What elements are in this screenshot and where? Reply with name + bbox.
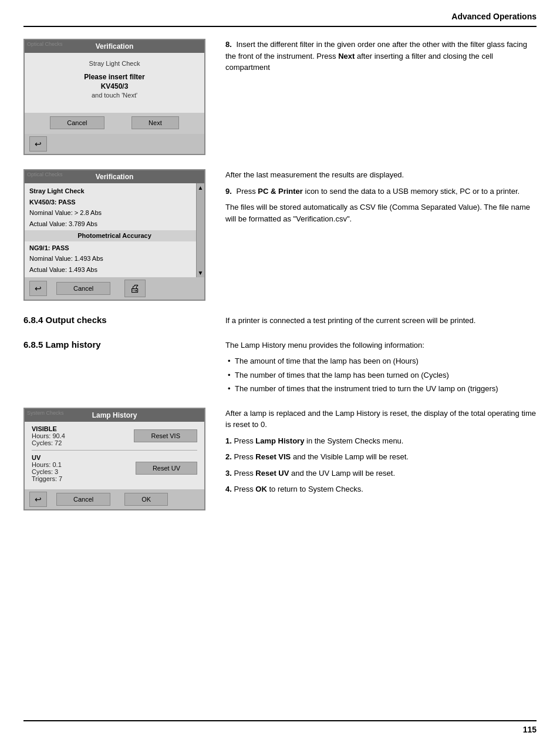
verif1-footer: ↩ [25, 134, 204, 154]
optical-checks-label: Optical Checks [27, 41, 63, 47]
visible-row: VISIBLE Hours: 90.4 Cycles: 72 Reset VIS [32, 425, 197, 446]
cancel-button-2[interactable]: Cancel [56, 282, 110, 295]
stray-result-header: Stray Light Check [25, 186, 204, 197]
scroll-up[interactable]: ▲ [197, 183, 205, 192]
lstep3-text: and the UV Lamp will be reset. [289, 469, 395, 478]
back-button-1[interactable]: ↩ [29, 136, 47, 152]
verif2-title-text: Verification [96, 173, 134, 181]
uv-section: UV Hours: 0.1 Cycles: 3 Triggers: 7 Rese… [32, 454, 197, 482]
uv-cycles: Cycles: 3 [32, 468, 62, 475]
visible-section: VISIBLE Hours: 90.4 Cycles: 72 Reset VIS [32, 425, 197, 446]
files-stored-note: The files will be stored automatically a… [225, 201, 537, 224]
section-lamp-history: System Checks Lamp History VISIBLE Hours… [23, 408, 537, 510]
verif2-body-content: Stray Light Check KV450/3: PASS Nominal … [25, 183, 204, 277]
verif1-body: Stray Light Check Please insert filter K… [25, 53, 204, 113]
lamp-footer: ↩ Cancel OK [25, 489, 204, 509]
ng-pass: NG9/1: PASS [25, 243, 204, 254]
verif2-body: Stray Light Check KV450/3: PASS Nominal … [25, 183, 204, 277]
text-col-verification2: After the last measurement the results a… [225, 169, 537, 301]
uv-row: UV Hours: 0.1 Cycles: 3 Triggers: 7 Rese… [32, 454, 197, 482]
lstep1-num: 1. [225, 436, 232, 445]
step8-num: 8. [225, 40, 232, 49]
section-verification1: Optical Checks Verification Stray Light … [23, 39, 537, 155]
header-title: Advanced Operations [451, 12, 537, 21]
filter-name: KV450/3 [36, 82, 193, 90]
back-button-2[interactable]: ↩ [29, 281, 47, 296]
verification-screen-1: Optical Checks Verification Stray Light … [23, 39, 205, 155]
lamp-step4-prefix: Press [234, 485, 255, 493]
lstep4-bold: OK [255, 485, 267, 493]
lamp-reset-note: After a lamp is replaced and the Lamp Hi… [225, 408, 537, 431]
photo-accuracy: Photometrical Accuracy [25, 230, 204, 241]
lamp-step2: 2. Press Reset VIS and the Visible Lamp … [225, 451, 537, 463]
lamp-body: VISIBLE Hours: 90.4 Cycles: 72 Reset VIS [25, 422, 204, 489]
section-verification2: Optical Checks Verification Stray Light … [23, 169, 537, 301]
lamp-step3-prefix: Press [234, 469, 255, 478]
reset-vis-button[interactable]: Reset VIS [134, 429, 197, 442]
lstep2-bold: Reset VIS [255, 452, 291, 461]
reset-uv-button[interactable]: Reset UV [136, 462, 197, 475]
lstep3-num: 3. [225, 469, 232, 478]
vis-hours: Hours: 90.4 [32, 432, 65, 439]
uv-details: UV Hours: 0.1 Cycles: 3 Triggers: 7 [32, 454, 62, 482]
screen-col-verification2: Optical Checks Verification Stray Light … [23, 169, 211, 301]
next-button[interactable]: Next [131, 116, 179, 129]
step9-text: icon to send the data to a USB memory st… [303, 187, 519, 196]
printer-icon[interactable]: 🖨 [124, 280, 146, 297]
text-col-verification1: 8. Insert the different filter in the gi… [225, 39, 537, 155]
step9-bold: PC & Printer [258, 187, 303, 196]
lamp-step1-prefix: Press [234, 436, 255, 445]
nominal-val-1: Nominal Value: > 2.8 Abs [25, 207, 204, 219]
verif2-body-wrap: Stray Light Check KV450/3: PASS Nominal … [25, 183, 204, 277]
page-footer: 115 [23, 720, 537, 734]
scroll-down[interactable]: ▼ [197, 268, 205, 277]
touch-msg: and touch 'Next' [36, 92, 193, 99]
verif1-buttons: Cancel Next [25, 113, 204, 134]
lstep2-text: and the Visible Lamp will be reset. [291, 452, 409, 461]
text-684-col: If a printer is connected a test printin… [225, 315, 537, 331]
page-header: Advanced Operations [23, 12, 537, 27]
heading-685: 6.8.5 Lamp history [23, 340, 211, 350]
step9-num: 9. [225, 187, 232, 196]
visible-details: VISIBLE Hours: 90.4 Cycles: 72 [32, 425, 65, 446]
actual-val-2: Actual Value: 1.493 Abs [25, 264, 204, 275]
scrollbar: ▲ ▼ [196, 183, 204, 277]
footer-page-num: 115 [523, 725, 537, 734]
nominal-val-2: Nominal Value: 1.493 Abs [25, 253, 204, 264]
optical-checks-label-2: Optical Checks [27, 172, 63, 177]
uv-label: UV [32, 454, 62, 461]
screen-col-verification1: Optical Checks Verification Stray Light … [23, 39, 211, 155]
lamp-history-bullets: The amount of time that the lamp has bee… [225, 355, 537, 395]
lstep2-num: 2. [225, 452, 232, 461]
kv-pass: KV450/3: PASS [25, 197, 204, 208]
lamp-step4: 4. Press OK to return to System Checks. [225, 483, 537, 495]
step-9-block: 9. Press PC & Printer icon to send the d… [225, 186, 537, 197]
heading-684: 6.8.4 Output checks [23, 315, 211, 325]
lamp-step3: 3. Press Reset UV and the UV Lamp will b… [225, 468, 537, 479]
heading-685-col: 6.8.5 Lamp history [23, 340, 211, 399]
lamp-step2-prefix: Press [234, 452, 255, 461]
lstep3-bold: Reset UV [255, 469, 289, 478]
cancel-button-1[interactable]: Cancel [50, 116, 104, 129]
vis-cycles: Cycles: 72 [32, 439, 65, 446]
lamp-step1: 1. Press Lamp History in the System Chec… [225, 435, 537, 447]
lstep1-text: in the System Checks menu. [304, 436, 403, 445]
text-685-col: The Lamp History menu provides the follo… [225, 340, 537, 399]
heading-684-col: 6.8.4 Output checks [23, 315, 211, 331]
stray-light-label: Stray Light Check [36, 60, 193, 67]
verif2-footer: ↩ Cancel 🖨 [25, 277, 204, 300]
lamp-history-intro: The Lamp History menu provides the follo… [225, 340, 537, 351]
text-col-lamp: After a lamp is replaced and the Lamp Hi… [225, 408, 537, 510]
cancel-button-lamp[interactable]: Cancel [56, 493, 110, 506]
lamp-history-screen: System Checks Lamp History VISIBLE Hours… [23, 408, 205, 510]
lstep4-text: to return to System Checks. [267, 485, 363, 493]
back-button-lamp[interactable]: ↩ [29, 492, 47, 507]
section-685: 6.8.5 Lamp history The Lamp History menu… [23, 340, 537, 399]
verif1-title-text: Verification [96, 42, 134, 51]
bullet-triggers: The number of times that the instrument … [225, 383, 537, 395]
visible-label: VISIBLE [32, 425, 65, 432]
ok-button-lamp[interactable]: OK [124, 493, 168, 506]
section-684: 6.8.4 Output checks If a printer is conn… [23, 315, 537, 331]
step8-bold: Next [338, 52, 355, 61]
lamp-title-text: Lamp History [92, 411, 137, 419]
